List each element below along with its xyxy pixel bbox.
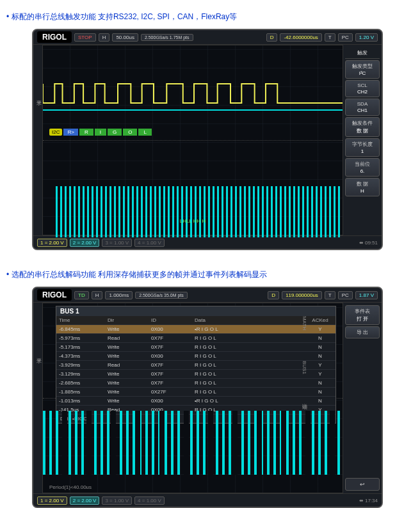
delay-value: -42.6000000us	[280, 33, 321, 42]
ch2-waveform-burst	[56, 186, 343, 237]
decode-char-3: O	[123, 129, 137, 136]
decode-char-1: I	[95, 129, 106, 136]
menu-scl[interactable]: SCLCH2	[345, 80, 380, 97]
sample-rate: 2.500GSa/s 35.0M pts	[135, 292, 188, 299]
scope1-bottombar: 1 = 2.00 V 2 = 2.00 V 3 = 1.00 V 4 = 1.0…	[33, 235, 382, 249]
menu-trigger-cond[interactable]: 触发条件数 据	[345, 117, 380, 137]
table-row[interactable]: -4.373msWrite0X00R I G O LN	[56, 352, 335, 361]
ch1-waveform	[43, 77, 343, 109]
clock: 09:51	[365, 240, 378, 246]
table-row[interactable]: -1.885msWrite0X27FR I G O LN	[56, 388, 335, 397]
clock: 17:34	[365, 498, 378, 504]
table-row[interactable]: -5.173msWrite0X7FR I G O LN	[56, 343, 335, 352]
section2-title: 选配的串行总线解码功能 利用深存储捕获更多的帧并通过事件列表解码显示	[6, 269, 414, 280]
waveform-display[interactable]: I2C R> R I G O L LHLL HH H	[42, 45, 343, 235]
brand-label: RIGOL	[37, 289, 72, 301]
decode-char-0: R	[79, 129, 93, 136]
ch3-button[interactable]: 3 = 1.00 V	[102, 496, 132, 505]
delay-d: D	[268, 291, 279, 299]
trig-source: PC	[338, 33, 353, 42]
sample-rate: 2.500GSa/s 1.75M pts	[141, 34, 193, 41]
scope2-bottombar: 1 = 2.00 V 2 = 2.00 V 3 = 1.00 V 4 = 1.0…	[33, 493, 382, 507]
left-rail: 水平	[33, 45, 42, 235]
trig-source: PC	[338, 291, 353, 299]
menu-data[interactable]: 数 据H	[345, 178, 380, 196]
decode-char-4: L	[138, 129, 151, 136]
oscilloscope-2: RIGOL TD H 1.000ms 2.500GSa/s 35.0M pts …	[32, 287, 383, 508]
trig-t: T	[325, 33, 335, 42]
event-table[interactable]: BUS 1 Time Dir ID Data ACKed -6.845msWri…	[56, 306, 336, 424]
period-measurement: Period(1)<40.00us	[49, 484, 92, 490]
menu-event-table[interactable]: 事件表打 开	[345, 305, 380, 325]
timebase[interactable]: 1.000ms	[105, 291, 133, 299]
section1-title: 标配的串行总线触发功能 支持RS232, I2C, SPI，CAN，FlexRa…	[6, 12, 414, 22]
mode-label: H	[92, 291, 103, 299]
ch2-button[interactable]: 2 = 2.00 V	[70, 239, 100, 247]
scope2-menu: 事件表打 开 导 出 ↩	[343, 303, 382, 493]
scope1-menu: 触发 触发类型I²C SCLCH2 SDACH1 触发条件数 据 字节长度1 当…	[343, 45, 382, 235]
menu-header: 触发	[345, 47, 380, 59]
delay-d: D	[266, 33, 278, 42]
ch4-button[interactable]: 4 = 1.00 V	[134, 496, 165, 505]
table-row[interactable]: -5.973msRead0X7FR I G O LN	[56, 334, 335, 343]
usb-icon: ⬌	[359, 498, 364, 504]
status-indicator: STOP	[74, 33, 96, 42]
decode-row: I2C R> R I G O L	[49, 126, 336, 138]
tab-detail[interactable]: 详 细	[300, 399, 307, 401]
bus-title: BUS 1	[56, 306, 335, 316]
bit-pattern: LHLL HH H	[180, 218, 206, 224]
ch2-button[interactable]: 2 = 2.00 V	[70, 496, 100, 505]
menu-trigger-type[interactable]: 触发类型I²C	[345, 60, 380, 79]
tab-math[interactable]: MATH	[302, 316, 307, 330]
table-row[interactable]: -6.845msWrite0X00•R I G O LY	[56, 325, 335, 334]
table-row[interactable]: -1.013msWrite0X00•R I G O LN	[56, 397, 335, 406]
ch1-button[interactable]: 1 = 2.00 V	[37, 239, 67, 247]
brand-label: RIGOL	[37, 31, 72, 43]
tab-bus1[interactable]: BUS1	[302, 361, 307, 374]
table-header: Time Dir ID Data ACKed	[56, 316, 335, 325]
menu-export[interactable]: 导 出	[345, 326, 380, 338]
trig-t: T	[325, 291, 335, 299]
timebase[interactable]: 50.00us	[112, 33, 138, 42]
usb-icon: ⬌	[359, 240, 364, 246]
decode-char-2: G	[108, 129, 122, 136]
delay-value: 119.000000us	[282, 291, 322, 299]
status-indicator: TD	[74, 291, 89, 299]
ch1-button[interactable]: 1 = 2.00 V	[37, 496, 67, 505]
ch2-decoded-waveform	[43, 411, 343, 475]
ch2-waveform-high	[43, 109, 343, 111]
table-row[interactable]: -3.929msRead0X7FR I G O LY	[56, 361, 335, 370]
table-row[interactable]: -2.685msWrite0X7FR I G O LN	[56, 379, 335, 388]
table-row[interactable]: -3.129msWrite0X7FR I G O LY	[56, 370, 335, 379]
menu-current-bit[interactable]: 当前位6.	[345, 158, 380, 177]
trig-voltage: 1.87 V	[355, 291, 378, 299]
decode-addr: R>	[63, 129, 77, 136]
decode-protocol: I2C	[49, 129, 62, 136]
ch4-button[interactable]: 4 = 1.00 V	[134, 239, 165, 247]
scope2-topbar: RIGOL TD H 1.000ms 2.500GSa/s 35.0M pts …	[33, 288, 382, 303]
back-button[interactable]: ↩	[345, 478, 380, 491]
menu-byte-len[interactable]: 字节长度1	[345, 138, 380, 157]
menu-sda[interactable]: SDACH1	[345, 99, 380, 116]
left-rail: 水平	[33, 303, 42, 493]
oscilloscope-1: RIGOL STOP H 50.00us 2.500GSa/s 1.75M pt…	[32, 29, 383, 250]
mode-label: H	[99, 33, 110, 42]
ch3-button[interactable]: 3 = 1.00 V	[102, 239, 132, 247]
waveform-display[interactable]: BUS 1 Time Dir ID Data ACKed -6.845msWri…	[42, 303, 343, 493]
trig-voltage: 1.20 V	[355, 33, 378, 42]
scope1-topbar: RIGOL STOP H 50.00us 2.500GSa/s 1.75M pt…	[33, 30, 382, 45]
